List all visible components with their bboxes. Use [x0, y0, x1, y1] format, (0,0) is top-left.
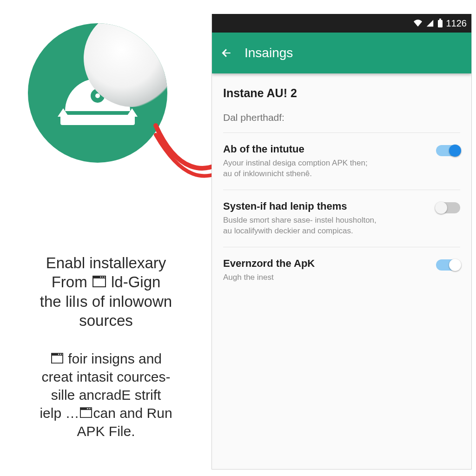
- setting-row-1[interactable]: Ab of the intutue Ayour instinal desiga …: [223, 132, 460, 190]
- instruction-text: Enabl installexary From 🗔 ld-Gign the li…: [13, 253, 199, 440]
- setting-desc: Buslde smort share sase- instel housholt…: [223, 215, 430, 237]
- illustration-pane: Enabl installexary From 🗔 ld-Gign the li…: [0, 0, 205, 476]
- setting-desc: Ayour instinal desiga comption APK then;…: [223, 158, 430, 179]
- section-subtitle: Dal pherthadf:: [223, 112, 460, 123]
- status-time: 1126: [446, 18, 467, 29]
- back-arrow-icon[interactable]: [220, 47, 232, 59]
- app-bar-title: Insaings: [245, 46, 293, 60]
- svg-rect-2: [438, 20, 443, 27]
- settings-content: Instane AU! 2 Dal pherthadf: Ab of the i…: [212, 73, 471, 293]
- setting-title: Systen-if had lenip thems: [223, 200, 430, 212]
- battery-icon: [437, 19, 443, 28]
- phone-mock: 1126 Insaings Instane AU! 2 Dal pherthad…: [212, 14, 472, 469]
- svg-marker-1: [426, 20, 433, 26]
- signal-icon: [426, 19, 434, 27]
- toggle-switch[interactable]: [436, 259, 460, 271]
- svg-rect-3: [439, 19, 441, 20]
- instruction-paragraph-1: Enabl installexary From 🗔 ld-Gign the li…: [13, 253, 199, 330]
- setting-desc: Augh the inest: [223, 272, 430, 283]
- setting-title: Evernzord the ApK: [223, 258, 430, 270]
- instruction-paragraph-2: 🗔 foir insigns and creat intasit cources…: [13, 350, 199, 440]
- status-bar: 1126: [212, 14, 471, 33]
- toggle-switch[interactable]: [436, 202, 460, 213]
- toggle-switch[interactable]: [436, 145, 460, 156]
- apk-sticker: [28, 23, 167, 163]
- app-bar: Insaings: [212, 33, 471, 73]
- setting-row-2[interactable]: Systen-if had lenip thems Buslde smort s…: [223, 190, 460, 247]
- setting-row-3[interactable]: Evernzord the ApK Augh the inest: [223, 247, 460, 293]
- section-title: Instane AU! 2: [223, 86, 460, 100]
- setting-title: Ab of the intutue: [223, 143, 430, 155]
- wifi-icon: [413, 19, 423, 27]
